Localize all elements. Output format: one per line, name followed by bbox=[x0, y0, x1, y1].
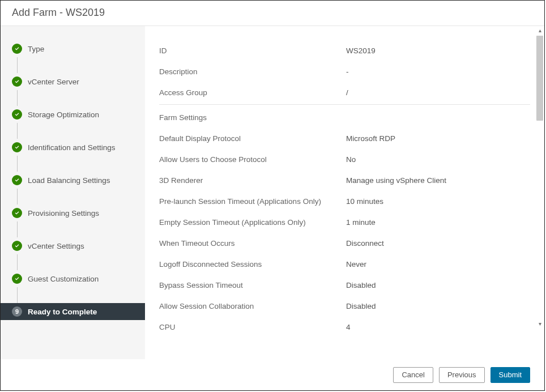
step-label: Guest Customization bbox=[28, 275, 99, 283]
value: Microsoft RDP bbox=[346, 134, 395, 143]
check-icon bbox=[12, 241, 22, 251]
previous-button[interactable]: Previous bbox=[439, 367, 485, 383]
summary-row-choose-protocol: Allow Users to Choose Protocol No bbox=[159, 149, 530, 170]
check-icon bbox=[12, 175, 22, 185]
step-load-balancing[interactable]: Load Balancing Settings bbox=[1, 172, 145, 189]
step-connector bbox=[17, 156, 146, 172]
label: ID bbox=[159, 46, 346, 55]
label: Allow Users to Choose Protocol bbox=[159, 155, 346, 164]
summary-row-3d-renderer: 3D Renderer Manage using vSphere Client bbox=[159, 170, 530, 191]
step-vcenter-settings[interactable]: vCenter Settings bbox=[1, 237, 145, 254]
summary-row-session-collaboration: Allow Session Collaboration Disabled bbox=[159, 296, 530, 317]
value: Disabled bbox=[346, 302, 376, 310]
step-ready-to-complete[interactable]: 9 Ready to Complete bbox=[1, 303, 145, 320]
step-vcenter-server[interactable]: vCenter Server bbox=[1, 73, 145, 90]
value: - bbox=[346, 67, 349, 76]
label: Description bbox=[159, 67, 346, 76]
label: Default Display Protocol bbox=[159, 134, 346, 143]
summary-content[interactable]: ID WS2019 Description - Access Group / F… bbox=[145, 26, 544, 359]
value: 10 minutes bbox=[346, 197, 383, 206]
summary-row-empty-session-timeout: Empty Session Timeout (Applications Only… bbox=[159, 212, 530, 233]
label: Allow Session Collaboration bbox=[159, 302, 346, 310]
dialog-title: Add Farm - WS2019 bbox=[12, 7, 105, 18]
step-guest-customization[interactable]: Guest Customization bbox=[1, 270, 145, 287]
label: 3D Renderer bbox=[159, 176, 346, 185]
step-connector bbox=[17, 287, 146, 303]
step-label: Identification and Settings bbox=[28, 143, 116, 152]
step-connector bbox=[17, 189, 146, 204]
label: When Timeout Occurs bbox=[159, 239, 346, 248]
step-label: vCenter Settings bbox=[28, 242, 84, 250]
check-icon bbox=[12, 274, 22, 284]
value: Disabled bbox=[346, 281, 376, 289]
step-number-icon: 9 bbox=[12, 306, 22, 317]
summary-row-description: Description - bbox=[159, 61, 530, 82]
dialog-body: Type vCenter Server Storage Optimization bbox=[1, 26, 544, 359]
check-icon bbox=[12, 142, 22, 152]
summary-row-logoff-disconnected: Logoff Disconnected Sessions Never bbox=[159, 254, 530, 275]
step-label: vCenter Server bbox=[28, 78, 79, 86]
add-farm-dialog: Add Farm - WS2019 Type vCenter Server bbox=[0, 0, 545, 391]
summary-row-id: ID WS2019 bbox=[159, 40, 530, 61]
label: CPU bbox=[159, 323, 346, 331]
value: / bbox=[346, 88, 348, 97]
step-type[interactable]: Type bbox=[1, 40, 145, 57]
step-storage-optimization[interactable]: Storage Optimization bbox=[1, 106, 145, 123]
step-connector bbox=[17, 123, 146, 139]
value: Never bbox=[346, 260, 366, 269]
value: Manage using vSphere Client bbox=[346, 176, 446, 185]
step-label: Ready to Complete bbox=[28, 308, 97, 316]
value: 1 minute bbox=[346, 218, 376, 227]
step-connector bbox=[17, 221, 146, 237]
check-icon bbox=[12, 109, 22, 120]
label: Empty Session Timeout (Applications Only… bbox=[159, 218, 346, 227]
check-icon bbox=[12, 44, 22, 54]
label: Pre-launch Session Timeout (Applications… bbox=[159, 197, 346, 206]
label: Bypass Session Timeout bbox=[159, 281, 346, 289]
step-label: Type bbox=[28, 45, 44, 53]
value: 4 bbox=[346, 323, 351, 331]
summary-row-access-group: Access Group / bbox=[159, 82, 530, 103]
check-icon bbox=[12, 76, 22, 87]
value: Disconnect bbox=[346, 239, 384, 248]
value: No bbox=[346, 155, 356, 164]
step-connector bbox=[17, 90, 146, 106]
summary-row-prelaunch-timeout: Pre-launch Session Timeout (Applications… bbox=[159, 191, 530, 212]
section-title: Farm Settings bbox=[159, 113, 212, 122]
summary-row-when-timeout: When Timeout Occurs Disconnect bbox=[159, 233, 530, 254]
step-label: Storage Optimization bbox=[28, 110, 99, 119]
dialog-header: Add Farm - WS2019 bbox=[1, 1, 544, 26]
step-label: Load Balancing Settings bbox=[28, 176, 110, 185]
step-provisioning[interactable]: Provisioning Settings bbox=[1, 204, 145, 221]
step-connector bbox=[17, 254, 146, 270]
step-label: Provisioning Settings bbox=[28, 209, 99, 218]
check-icon bbox=[12, 208, 22, 218]
summary-row-bypass-session-timeout: Bypass Session Timeout Disabled bbox=[159, 275, 530, 296]
summary-row-cpu: CPU 4 bbox=[159, 317, 530, 338]
step-connector bbox=[17, 57, 146, 73]
cancel-button[interactable]: Cancel bbox=[393, 367, 433, 383]
step-identification-settings[interactable]: Identification and Settings bbox=[1, 139, 145, 156]
dialog-footer: Cancel Previous Submit bbox=[1, 359, 544, 390]
value: WS2019 bbox=[346, 46, 376, 55]
label: Access Group bbox=[159, 88, 346, 97]
section-farm-settings: Farm Settings bbox=[159, 104, 530, 128]
submit-button[interactable]: Submit bbox=[490, 367, 530, 383]
summary-row-default-protocol: Default Display Protocol Microsoft RDP bbox=[159, 128, 530, 149]
wizard-steps: Type vCenter Server Storage Optimization bbox=[1, 26, 145, 359]
label: Logoff Disconnected Sessions bbox=[159, 260, 346, 269]
